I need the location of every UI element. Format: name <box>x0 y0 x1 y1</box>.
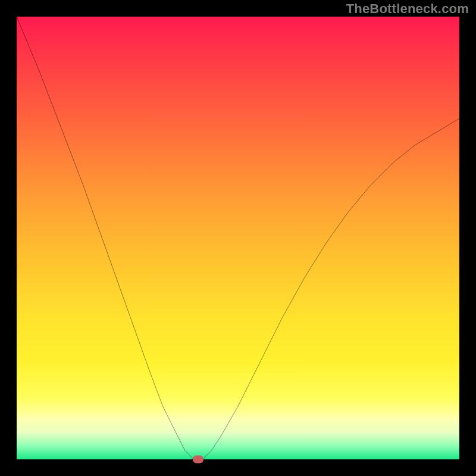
watermark-text: TheBottleneck.com <box>346 1 469 17</box>
plot-area <box>17 17 459 459</box>
chart-frame: TheBottleneck.com <box>0 0 476 476</box>
curve-path <box>17 17 459 459</box>
bottleneck-curve <box>17 17 459 459</box>
optimal-marker <box>193 456 203 464</box>
